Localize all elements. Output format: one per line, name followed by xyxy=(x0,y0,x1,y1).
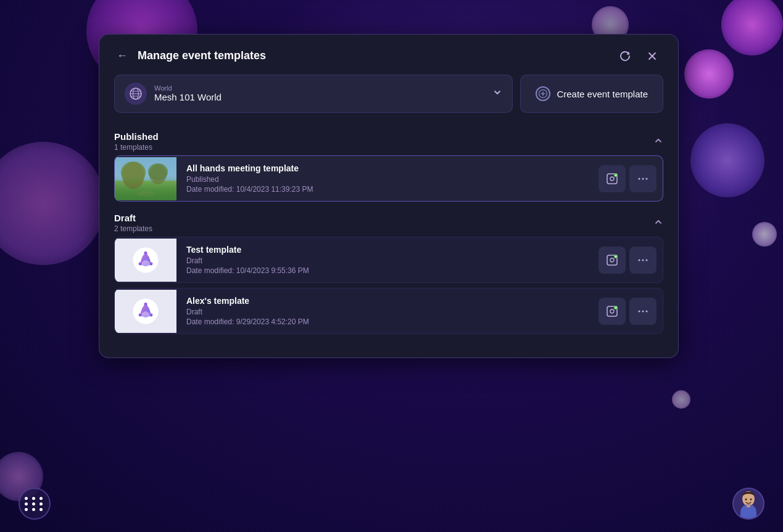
svg-point-11 xyxy=(610,177,614,181)
svg-point-24 xyxy=(642,259,644,261)
test-template-name: Test template xyxy=(186,245,582,255)
close-icon xyxy=(646,50,658,62)
mesh-logo-bg-alexs xyxy=(115,290,176,333)
alexs-template-actions xyxy=(592,298,663,325)
alexs-template-publish-button[interactable] xyxy=(599,298,626,325)
mesh-logo-alexs xyxy=(132,298,159,325)
refresh-icon xyxy=(619,50,631,62)
svg-point-23 xyxy=(639,259,640,261)
svg-point-28 xyxy=(139,313,142,316)
avatar-icon xyxy=(735,488,761,520)
all-hands-more-button[interactable] xyxy=(629,165,657,192)
test-template-status: Draft xyxy=(186,256,582,265)
svg-point-18 xyxy=(139,262,142,265)
draft-toggle-icon xyxy=(653,217,663,229)
svg-point-31 xyxy=(610,309,614,313)
published-count: 1 templates xyxy=(114,143,159,152)
all-hands-status: Published xyxy=(186,175,582,184)
svg-point-13 xyxy=(639,178,640,179)
bg-orb-5 xyxy=(690,123,764,197)
publish-icon-test xyxy=(605,253,619,267)
bottom-controls xyxy=(0,488,783,520)
all-hands-actions xyxy=(592,165,663,192)
test-template-publish-button[interactable] xyxy=(599,247,626,274)
alexs-template-date: Date modified: 9/29/2023 4:52:20 PM xyxy=(186,317,582,326)
svg-point-37 xyxy=(745,499,747,501)
svg-rect-4 xyxy=(115,181,176,200)
template-item-alexs[interactable]: Alex's template Draft Date modified: 9/2… xyxy=(114,288,663,334)
world-icon xyxy=(125,83,147,105)
world-label: World xyxy=(154,84,485,92)
grid-menu-button[interactable] xyxy=(19,488,51,520)
test-template-more-button[interactable] xyxy=(629,247,657,274)
svg-point-9 xyxy=(136,191,155,197)
world-selector[interactable]: World Mesh 101 World xyxy=(114,75,513,113)
plus-icon xyxy=(536,86,550,101)
svg-point-19 xyxy=(149,262,152,265)
create-template-button[interactable]: Create event template xyxy=(520,75,663,113)
svg-point-27 xyxy=(144,302,147,305)
alexs-thumbnail xyxy=(115,290,176,333)
globe-icon xyxy=(129,87,143,100)
test-thumbnail xyxy=(115,239,176,282)
publish-icon-alexs xyxy=(605,305,619,318)
svg-point-14 xyxy=(642,178,644,179)
bg-orb-9 xyxy=(672,390,690,409)
manage-templates-modal: ← Manage event templates xyxy=(99,34,679,358)
header-actions xyxy=(614,47,663,65)
world-name: Mesh 101 World xyxy=(154,92,222,102)
more-options-icon-test xyxy=(637,255,648,266)
more-options-icon xyxy=(637,173,648,184)
svg-point-35 xyxy=(646,310,648,312)
all-hands-info: All hands meeting template Published Dat… xyxy=(176,156,592,201)
draft-title: Draft xyxy=(114,213,152,223)
svg-point-33 xyxy=(639,310,640,312)
svg-point-25 xyxy=(646,259,648,261)
published-toggle-icon xyxy=(653,136,663,147)
alexs-template-status: Draft xyxy=(186,308,582,316)
test-template-actions xyxy=(592,247,663,274)
bg-orb-8 xyxy=(752,222,777,247)
bg-orb-3 xyxy=(684,49,734,99)
refresh-button[interactable] xyxy=(614,47,636,65)
all-hands-thumbnail xyxy=(115,157,176,200)
published-title: Published xyxy=(114,131,159,142)
template-item-all-hands[interactable]: All hands meeting template Published Dat… xyxy=(114,155,663,202)
published-section: Published 1 templates xyxy=(99,125,678,202)
mesh-logo-bg-test xyxy=(115,239,176,282)
draft-count: 2 templates xyxy=(114,224,152,233)
all-hands-publish-button[interactable] xyxy=(599,165,626,192)
svg-point-34 xyxy=(642,310,644,312)
svg-rect-39 xyxy=(747,505,750,507)
draft-section: Draft 2 templates xyxy=(99,207,678,334)
published-section-header[interactable]: Published 1 templates xyxy=(114,125,663,155)
more-options-icon-alexs xyxy=(637,306,648,317)
svg-point-38 xyxy=(750,499,752,501)
back-button[interactable]: ← xyxy=(114,47,130,65)
modal-title: Manage event templates xyxy=(138,49,607,62)
all-hands-name: All hands meeting template xyxy=(186,163,582,173)
svg-point-15 xyxy=(646,178,648,179)
template-item-test[interactable]: Test template Draft Date modified: 10/4/… xyxy=(114,237,663,283)
world-info: World Mesh 101 World xyxy=(154,84,485,103)
avatar-button[interactable] xyxy=(732,488,764,520)
svg-point-6 xyxy=(121,162,146,184)
alexs-template-name: Alex's template xyxy=(186,296,582,306)
alexs-template-more-button[interactable] xyxy=(629,298,657,325)
close-button[interactable] xyxy=(641,47,663,65)
publish-icon xyxy=(605,172,619,186)
grid-dots-icon xyxy=(25,497,44,511)
svg-point-8 xyxy=(148,163,168,181)
alexs-template-info: Alex's template Draft Date modified: 9/2… xyxy=(176,289,592,334)
test-template-date: Date modified: 10/4/2023 9:55:36 PM xyxy=(186,266,582,275)
modal-header: ← Manage event templates xyxy=(99,35,678,75)
svg-rect-3 xyxy=(115,157,176,200)
svg-point-21 xyxy=(610,258,614,262)
published-section-titles: Published 1 templates xyxy=(114,131,159,152)
svg-point-17 xyxy=(144,251,147,254)
draft-section-header[interactable]: Draft 2 templates xyxy=(114,207,663,237)
all-hands-date: Date modified: 10/4/2023 11:39:23 PM xyxy=(186,185,582,194)
chevron-down-icon xyxy=(492,88,502,100)
bg-orb-6 xyxy=(0,142,105,265)
test-template-info: Test template Draft Date modified: 10/4/… xyxy=(176,237,592,282)
